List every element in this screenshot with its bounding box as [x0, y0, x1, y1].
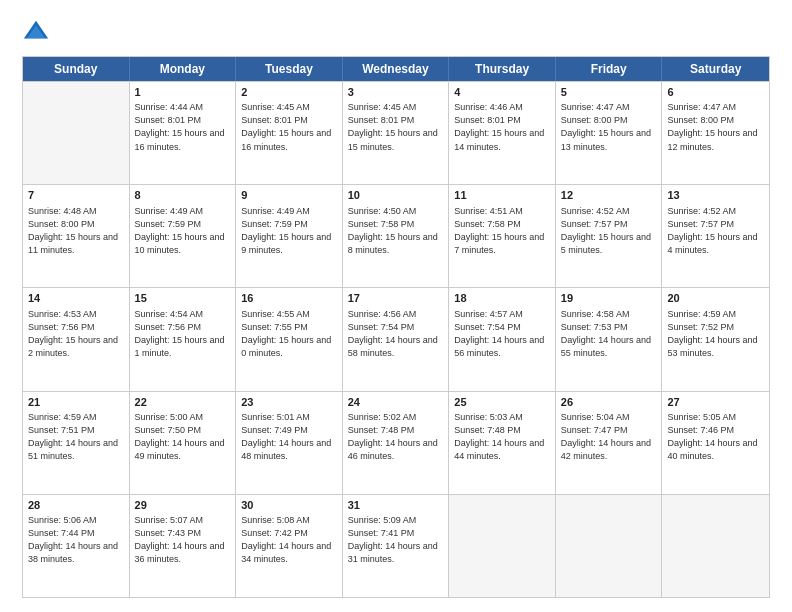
cal-cell: 11Sunrise: 4:51 AMSunset: 7:58 PMDayligh… — [449, 185, 556, 287]
day-number: 16 — [241, 291, 337, 306]
cal-cell — [662, 495, 769, 597]
day-number: 27 — [667, 395, 764, 410]
cell-info: Sunrise: 4:51 AMSunset: 7:58 PMDaylight:… — [454, 205, 550, 257]
cal-cell: 18Sunrise: 4:57 AMSunset: 7:54 PMDayligh… — [449, 288, 556, 390]
cell-info: Sunrise: 4:52 AMSunset: 7:57 PMDaylight:… — [561, 205, 657, 257]
cell-info: Sunrise: 4:46 AMSunset: 8:01 PMDaylight:… — [454, 101, 550, 153]
cal-cell: 21Sunrise: 4:59 AMSunset: 7:51 PMDayligh… — [23, 392, 130, 494]
cal-cell: 12Sunrise: 4:52 AMSunset: 7:57 PMDayligh… — [556, 185, 663, 287]
calendar-row-2: 7Sunrise: 4:48 AMSunset: 8:00 PMDaylight… — [23, 184, 769, 287]
calendar-row-4: 21Sunrise: 4:59 AMSunset: 7:51 PMDayligh… — [23, 391, 769, 494]
day-number: 8 — [135, 188, 231, 203]
cal-cell: 2Sunrise: 4:45 AMSunset: 8:01 PMDaylight… — [236, 82, 343, 184]
header-day-thursday: Thursday — [449, 57, 556, 81]
day-number: 15 — [135, 291, 231, 306]
day-number: 21 — [28, 395, 124, 410]
cal-cell: 3Sunrise: 4:45 AMSunset: 8:01 PMDaylight… — [343, 82, 450, 184]
cell-info: Sunrise: 4:54 AMSunset: 7:56 PMDaylight:… — [135, 308, 231, 360]
cell-info: Sunrise: 5:09 AMSunset: 7:41 PMDaylight:… — [348, 514, 444, 566]
cell-info: Sunrise: 4:56 AMSunset: 7:54 PMDaylight:… — [348, 308, 444, 360]
cell-info: Sunrise: 4:55 AMSunset: 7:55 PMDaylight:… — [241, 308, 337, 360]
calendar-header: SundayMondayTuesdayWednesdayThursdayFrid… — [23, 57, 769, 81]
cal-cell — [23, 82, 130, 184]
header-day-sunday: Sunday — [23, 57, 130, 81]
cal-cell: 31Sunrise: 5:09 AMSunset: 7:41 PMDayligh… — [343, 495, 450, 597]
day-number: 7 — [28, 188, 124, 203]
day-number: 23 — [241, 395, 337, 410]
day-number: 9 — [241, 188, 337, 203]
day-number: 28 — [28, 498, 124, 513]
cell-info: Sunrise: 4:47 AMSunset: 8:00 PMDaylight:… — [667, 101, 764, 153]
cal-cell: 9Sunrise: 4:49 AMSunset: 7:59 PMDaylight… — [236, 185, 343, 287]
cal-cell: 5Sunrise: 4:47 AMSunset: 8:00 PMDaylight… — [556, 82, 663, 184]
cal-cell: 23Sunrise: 5:01 AMSunset: 7:49 PMDayligh… — [236, 392, 343, 494]
day-number: 30 — [241, 498, 337, 513]
day-number: 17 — [348, 291, 444, 306]
cell-info: Sunrise: 4:57 AMSunset: 7:54 PMDaylight:… — [454, 308, 550, 360]
calendar: SundayMondayTuesdayWednesdayThursdayFrid… — [22, 56, 770, 598]
logo-icon — [22, 18, 50, 46]
logo — [22, 18, 54, 46]
day-number: 29 — [135, 498, 231, 513]
cal-cell: 7Sunrise: 4:48 AMSunset: 8:00 PMDaylight… — [23, 185, 130, 287]
cal-cell: 1Sunrise: 4:44 AMSunset: 8:01 PMDaylight… — [130, 82, 237, 184]
header-day-saturday: Saturday — [662, 57, 769, 81]
cell-info: Sunrise: 5:08 AMSunset: 7:42 PMDaylight:… — [241, 514, 337, 566]
cal-cell: 16Sunrise: 4:55 AMSunset: 7:55 PMDayligh… — [236, 288, 343, 390]
cal-cell: 6Sunrise: 4:47 AMSunset: 8:00 PMDaylight… — [662, 82, 769, 184]
day-number: 2 — [241, 85, 337, 100]
cell-info: Sunrise: 4:50 AMSunset: 7:58 PMDaylight:… — [348, 205, 444, 257]
day-number: 13 — [667, 188, 764, 203]
cal-cell: 14Sunrise: 4:53 AMSunset: 7:56 PMDayligh… — [23, 288, 130, 390]
cell-info: Sunrise: 5:01 AMSunset: 7:49 PMDaylight:… — [241, 411, 337, 463]
day-number: 3 — [348, 85, 444, 100]
cell-info: Sunrise: 5:04 AMSunset: 7:47 PMDaylight:… — [561, 411, 657, 463]
cell-info: Sunrise: 4:44 AMSunset: 8:01 PMDaylight:… — [135, 101, 231, 153]
cal-cell: 22Sunrise: 5:00 AMSunset: 7:50 PMDayligh… — [130, 392, 237, 494]
day-number: 14 — [28, 291, 124, 306]
header-day-monday: Monday — [130, 57, 237, 81]
cal-cell: 29Sunrise: 5:07 AMSunset: 7:43 PMDayligh… — [130, 495, 237, 597]
day-number: 31 — [348, 498, 444, 513]
cell-info: Sunrise: 5:02 AMSunset: 7:48 PMDaylight:… — [348, 411, 444, 463]
day-number: 18 — [454, 291, 550, 306]
cell-info: Sunrise: 4:59 AMSunset: 7:51 PMDaylight:… — [28, 411, 124, 463]
cell-info: Sunrise: 5:03 AMSunset: 7:48 PMDaylight:… — [454, 411, 550, 463]
page: SundayMondayTuesdayWednesdayThursdayFrid… — [0, 0, 792, 612]
cell-info: Sunrise: 5:05 AMSunset: 7:46 PMDaylight:… — [667, 411, 764, 463]
day-number: 5 — [561, 85, 657, 100]
cell-info: Sunrise: 4:49 AMSunset: 7:59 PMDaylight:… — [135, 205, 231, 257]
cal-cell: 28Sunrise: 5:06 AMSunset: 7:44 PMDayligh… — [23, 495, 130, 597]
cal-cell: 10Sunrise: 4:50 AMSunset: 7:58 PMDayligh… — [343, 185, 450, 287]
cell-info: Sunrise: 5:00 AMSunset: 7:50 PMDaylight:… — [135, 411, 231, 463]
cal-cell: 15Sunrise: 4:54 AMSunset: 7:56 PMDayligh… — [130, 288, 237, 390]
day-number: 1 — [135, 85, 231, 100]
cal-cell: 24Sunrise: 5:02 AMSunset: 7:48 PMDayligh… — [343, 392, 450, 494]
calendar-row-3: 14Sunrise: 4:53 AMSunset: 7:56 PMDayligh… — [23, 287, 769, 390]
cal-cell — [556, 495, 663, 597]
cell-info: Sunrise: 4:48 AMSunset: 8:00 PMDaylight:… — [28, 205, 124, 257]
day-number: 19 — [561, 291, 657, 306]
calendar-body: 1Sunrise: 4:44 AMSunset: 8:01 PMDaylight… — [23, 81, 769, 597]
day-number: 24 — [348, 395, 444, 410]
header-day-wednesday: Wednesday — [343, 57, 450, 81]
day-number: 20 — [667, 291, 764, 306]
cal-cell: 25Sunrise: 5:03 AMSunset: 7:48 PMDayligh… — [449, 392, 556, 494]
cal-cell: 13Sunrise: 4:52 AMSunset: 7:57 PMDayligh… — [662, 185, 769, 287]
day-number: 10 — [348, 188, 444, 203]
cal-cell: 8Sunrise: 4:49 AMSunset: 7:59 PMDaylight… — [130, 185, 237, 287]
calendar-row-1: 1Sunrise: 4:44 AMSunset: 8:01 PMDaylight… — [23, 81, 769, 184]
cell-info: Sunrise: 4:45 AMSunset: 8:01 PMDaylight:… — [348, 101, 444, 153]
cal-cell — [449, 495, 556, 597]
cell-info: Sunrise: 4:53 AMSunset: 7:56 PMDaylight:… — [28, 308, 124, 360]
cell-info: Sunrise: 4:49 AMSunset: 7:59 PMDaylight:… — [241, 205, 337, 257]
cal-cell: 27Sunrise: 5:05 AMSunset: 7:46 PMDayligh… — [662, 392, 769, 494]
cell-info: Sunrise: 4:47 AMSunset: 8:00 PMDaylight:… — [561, 101, 657, 153]
cal-cell: 17Sunrise: 4:56 AMSunset: 7:54 PMDayligh… — [343, 288, 450, 390]
cal-cell: 4Sunrise: 4:46 AMSunset: 8:01 PMDaylight… — [449, 82, 556, 184]
day-number: 12 — [561, 188, 657, 203]
header-day-friday: Friday — [556, 57, 663, 81]
header-day-tuesday: Tuesday — [236, 57, 343, 81]
cal-cell: 20Sunrise: 4:59 AMSunset: 7:52 PMDayligh… — [662, 288, 769, 390]
day-number: 4 — [454, 85, 550, 100]
